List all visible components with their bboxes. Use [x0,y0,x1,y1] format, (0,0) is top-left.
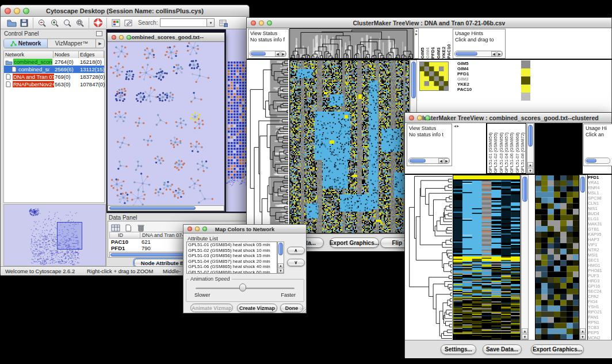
treeview2-titlebar[interactable]: ClusterMaker TreeView : combined_scores_… [405,113,611,123]
column-label[interactable]: GPL51-03 (GSM856) [499,124,504,173]
close-icon[interactable] [409,115,414,120]
gene-label[interactable]: CLN1 [588,201,612,206]
search-input[interactable] [160,18,207,27]
dialog-titlebar[interactable]: Map Colors to Network [183,225,306,233]
zoom-window-icon[interactable] [267,20,272,25]
network-row[interactable]: combined_scores 2764(0) 16218(0) [4,58,104,66]
zoom-heatmap[interactable] [535,175,579,340]
attribute-item[interactable]: GPL51-01 (GSM854) heat shock 05 min [187,242,277,248]
gene-label[interactable]: SPC98 [588,196,612,201]
row-label[interactable]: PFD1 [457,71,480,76]
column-dendrogram[interactable] [289,28,414,59]
gene-label[interactable]: SEC24 [588,289,612,294]
gene-label[interactable]: SEC1 [588,258,612,263]
column-label[interactable]: GIM5 [420,28,425,59]
minimize-icon[interactable] [119,35,124,40]
minimize-icon[interactable] [14,7,20,14]
attribute-list[interactable]: GPL51-01 (GSM854) heat shock 05 minGPL51… [186,242,277,274]
gene-label[interactable]: MSL1 [588,190,612,196]
column-scroll-strip[interactable]: ▲▶ [414,28,419,59]
zoom-selected-button[interactable] [61,17,74,29]
gene-label[interactable]: RPO21 [588,309,612,315]
tab-overflow-arrow[interactable]: ▶ [96,39,104,48]
network-overview[interactable] [3,204,106,266]
column-label[interactable]: PFD1 [430,28,435,59]
row-label[interactable]: YKE2 [457,82,480,87]
zoom-out-button[interactable] [36,17,48,29]
vizmapper-button[interactable] [109,17,122,29]
network-row[interactable]: RNAPuberNov2+ 563(0) 107847(0) [4,81,104,88]
column-label[interactable]: GPL51-08 (GSM872) [520,124,525,173]
gene-label[interactable]: HMG1 [588,263,612,268]
save-session-button[interactable] [18,17,30,29]
gene-label[interactable]: MAK31 [588,221,612,227]
network-row[interactable]: DNA and Tran 07 769(0) 183728(0) [4,73,104,81]
minimize-icon[interactable] [195,227,200,231]
gene-label[interactable]: PHO81 [588,268,612,273]
gene-label[interactable]: PFD1 [588,175,612,180]
column-dendrogram-area[interactable]: ◀ ▶ [453,123,487,174]
gene-label[interactable]: ELG1 [588,216,612,221]
zoom-window-icon[interactable] [127,35,131,40]
gene-label[interactable]: RPN1 [588,320,612,325]
attribute-item[interactable]: GPL51-03 (GSM856) heat shock 15 min [187,253,277,259]
zoom-in-button[interactable] [48,17,61,29]
row-label[interactable]: PAC10 [457,87,480,92]
column-label[interactable]: YKE2 [441,28,446,59]
resize-grip[interactable] [300,307,306,313]
minimize-icon[interactable] [417,115,422,120]
gene-label[interactable]: BUD4 [588,211,612,216]
gene-label[interactable]: PUF3 [588,273,612,278]
network-row-selected[interactable]: combined_sco 2569(6) 13112(15) [4,66,104,73]
column-label[interactable]: GPL51-01 (GSM854) [488,124,493,173]
tab-vizmapper[interactable]: VizMapper™ [48,39,96,48]
annotation-button[interactable] [122,17,135,29]
close-icon[interactable] [112,35,116,40]
float-panel-icon[interactable] [96,31,102,36]
close-icon[interactable] [5,7,11,14]
column-label[interactable]: GPL51-07 (GSM868) [515,124,520,173]
column-label[interactable]: GIM4 [425,28,430,59]
gene-label[interactable]: KAP95 [588,232,612,237]
import-table-button[interactable] [217,17,230,29]
create-vizmap-button[interactable]: Create Vizmap [237,304,277,312]
gene-label[interactable]: MON2 [588,335,612,340]
view-status-scrollbar[interactable]: ◀ ▶ [250,51,286,57]
save-data-button[interactable]: Save Data... [483,344,522,354]
row-dendrogram[interactable] [248,60,288,233]
move-up-button[interactable]: ∧ [287,247,305,254]
zoom-fit-button[interactable] [74,17,86,29]
gene-label[interactable]: TCB3 [588,325,612,330]
zoom-heatmap[interactable] [419,62,449,91]
main-titlebar[interactable]: Cytoscape Desktop (Session Name: collins… [1,5,249,17]
attribute-item[interactable]: GPL51-04 (GSM857) heat shock 20 min [187,259,277,265]
network-hscrollbar[interactable] [108,205,224,211]
attribute-list-scrollbar[interactable]: ▲ ▼ [277,242,284,274]
zoom-vscrollbar[interactable]: ▲ ▼ [579,175,586,340]
col-network[interactable]: Network [4,51,53,58]
close-icon[interactable] [188,227,192,231]
row-label[interactable]: GIM4 [457,66,480,71]
gene-label[interactable]: RNR4 [588,185,612,190]
tab-network[interactable]: Network [4,39,48,48]
zoom-window-icon[interactable] [202,227,207,231]
network-canvas[interactable] [108,42,224,205]
open-session-button[interactable] [5,17,18,29]
gene-label[interactable]: GTB1 [588,227,612,232]
gene-label[interactable]: NTR2 [588,247,612,252]
close-icon[interactable] [251,20,256,25]
column-label[interactable]: PAC10 [446,28,452,59]
done-button[interactable]: Done [280,304,303,312]
usage-hints-scrollbar[interactable] [585,158,610,164]
gene-label[interactable]: PEP5 [588,330,612,335]
gene-label[interactable]: CPA2 [588,294,612,299]
animate-vizmap-button[interactable]: Animate Vizmap [190,304,233,312]
gene-label[interactable]: PAN1 [588,315,612,320]
gene-label[interactable]: MSI1 [588,252,612,258]
row-dendrogram[interactable] [407,175,452,340]
column-label[interactable]: GPL51-02 (GSM855) [493,124,498,173]
attribute-item[interactable]: GPL51-02 (GSM855) heat shock 10 min [187,248,277,254]
move-down-button[interactable]: ∨ [287,259,305,266]
treeview1-titlebar[interactable]: ClusterMaker TreeView : DNA and Tran 07-… [247,18,611,28]
minimize-icon[interactable] [259,20,264,25]
